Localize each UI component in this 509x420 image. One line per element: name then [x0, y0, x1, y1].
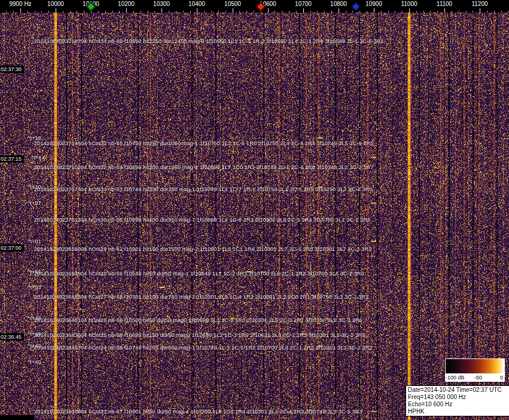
freq-tick — [112, 11, 113, 13]
info-freq-line: Freq=143 050 000 Hz — [408, 394, 508, 401]
detection-log-line: 20141024023718704 hCnt34 nb-69 f10550 hi… — [34, 38, 383, 44]
freq-tick — [275, 11, 275, 13]
freq-tick-label: 11100 — [437, 1, 452, 7]
freq-tick — [6, 11, 7, 13]
event-time-marker: ^ — [31, 36, 33, 42]
freq-tick — [289, 11, 289, 13]
event-time-marker: ^t+40 — [28, 359, 41, 365]
meteor-spectrogram-display: 9900 Hz100001010010200103001040010500106… — [0, 0, 509, 420]
freq-tick-label: 10500 — [224, 1, 241, 7]
detection-log-line: 20141024023640704 hCnt24 nb-68 f10749 hi… — [34, 345, 373, 351]
freq-tick — [352, 11, 353, 13]
freq-tick — [13, 11, 14, 13]
info-station-id: HPHK — [408, 408, 508, 415]
freq-tick-label: 10000 — [47, 1, 64, 7]
time-axis-label: 02:36:45 — [0, 333, 24, 341]
freq-tick — [105, 11, 106, 13]
freq-tick — [303, 8, 304, 13]
freq-tick — [98, 11, 99, 13]
detection-log-line: 20141024023630904 hCnt23 nb-67 f10901 hi… — [34, 409, 362, 415]
freq-tick — [402, 11, 403, 13]
freq-tick — [161, 8, 162, 13]
freq-tick — [190, 11, 191, 13]
freq-tick — [41, 11, 42, 13]
freq-tick — [197, 8, 197, 13]
freq-tick — [218, 11, 219, 13]
freq-tick — [430, 11, 431, 13]
frequency-ruler: 9900 Hz100001010010200103001040010500106… — [0, 0, 509, 13]
freq-tick — [310, 11, 311, 13]
detection-log-line: 20141024023714604 hCnt33 nb-65 f10750 hi… — [34, 140, 374, 146]
freq-tick-label: 11200 — [471, 1, 487, 7]
freq-tick-label: 10400 — [188, 1, 205, 7]
freq-tick — [346, 11, 346, 13]
freq-tick — [367, 11, 367, 13]
time-axis-label: 02:37:00 — [0, 244, 24, 252]
freq-tick — [317, 11, 318, 13]
freq-tick — [56, 8, 56, 13]
freq-tick — [452, 11, 452, 13]
intensity-legend: -100 dB -50 0 — [445, 358, 505, 382]
freq-tick — [35, 11, 35, 13]
detection-log-line: 20141024023653504 hCnt28 nb-66 f10549 hi… — [34, 271, 364, 277]
freq-tick-label: 9900 Hz — [9, 1, 31, 7]
freq-tick — [444, 8, 445, 13]
detection-log-line: 20141024023648504 hCnt27 nb-68 f10301 hi… — [34, 294, 368, 300]
freq-tick-label: 10900 — [365, 1, 382, 7]
freq-tick — [126, 8, 127, 13]
freq-tick — [233, 8, 233, 13]
legend-mid-label: -50 — [474, 375, 482, 381]
freq-tick-label: 10200 — [118, 1, 135, 7]
freq-tick — [437, 11, 438, 13]
freq-tick-label: 10800 — [330, 1, 347, 7]
freq-tick — [176, 11, 176, 13]
info-echo-line: Echo=10 600 Hz — [408, 401, 508, 408]
freq-tick — [77, 11, 77, 13]
freq-tick — [331, 11, 332, 13]
freq-tick — [466, 11, 467, 13]
freq-tick — [501, 11, 502, 13]
freq-tick — [119, 11, 120, 13]
freq-tick — [169, 11, 169, 13]
info-date-line: Date=2014-10-24 Time=02:37 UTC — [408, 387, 508, 394]
freq-tick — [154, 11, 155, 13]
freq-tick — [28, 11, 28, 13]
freq-tick — [487, 11, 487, 13]
blue-freq-marker-icon — [351, 2, 361, 12]
freq-tick — [63, 11, 63, 13]
bottom-left-bar — [0, 415, 34, 420]
freq-tick-label: 10300 — [153, 1, 170, 7]
time-axis-label: 02:37:30 — [0, 66, 24, 73]
freq-tick — [183, 11, 184, 13]
event-time-marker: ^t+53 — [28, 284, 41, 290]
freq-tick — [48, 11, 49, 13]
freq-tick — [473, 11, 473, 13]
freq-tick — [359, 11, 360, 13]
detection-log-line: 20141024023646104 hCnt26 nb-68 f10500 hi… — [34, 317, 362, 323]
freq-tick — [409, 8, 410, 13]
detection-log-line: 20141024023707404 hCnt31 nb-67 f10749 hi… — [34, 186, 373, 192]
freq-tick — [395, 11, 395, 13]
freq-tick — [246, 11, 247, 13]
event-time-marker: ^t+14 — [31, 155, 45, 161]
detection-log-line: 20141024023656004 hCnt29 nb-62 f10901 hi… — [34, 246, 371, 252]
freq-tick — [423, 11, 424, 13]
freq-tick — [282, 11, 282, 13]
freq-tick — [20, 8, 21, 13]
freq-tick — [225, 11, 226, 13]
freq-tick — [339, 8, 339, 13]
freq-tick — [84, 11, 84, 13]
freq-tick — [416, 11, 417, 13]
freq-tick — [459, 11, 459, 13]
spectrogram-canvas — [0, 0, 509, 420]
detection-log-line: 20141024023710204 hCnt32 nb-64 f10899 hi… — [34, 164, 374, 170]
freq-tick — [324, 11, 325, 13]
freq-tick — [381, 11, 382, 13]
freq-tick — [211, 11, 212, 13]
freq-tick — [480, 8, 480, 13]
freq-tick — [70, 11, 71, 13]
legend-min-label: -100 dB — [446, 375, 465, 381]
freq-tick — [254, 11, 254, 13]
freq-tick — [148, 11, 148, 13]
freq-tick — [296, 11, 297, 13]
